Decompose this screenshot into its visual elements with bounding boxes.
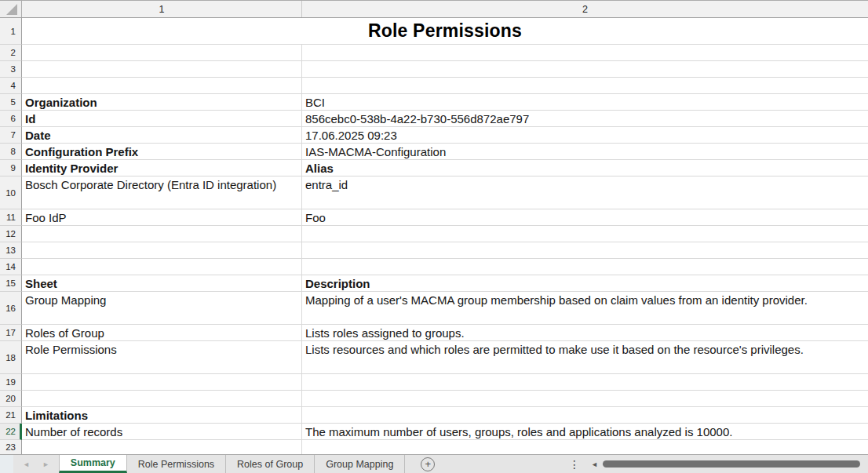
cell-b4[interactable]	[302, 78, 868, 94]
row-header-1[interactable]: 1	[0, 18, 22, 45]
row-header-14[interactable]: 14	[0, 259, 22, 275]
column-header-1[interactable]: 1	[22, 1, 302, 17]
row-header-11[interactable]: 11	[0, 209, 22, 226]
cell-a8[interactable]: Configuration Prefix	[22, 144, 302, 160]
tab-nav-left-icon[interactable]: ◄	[23, 460, 30, 468]
vertical-ellipsis-icon: ⋮	[569, 458, 580, 471]
row-number: 13	[5, 246, 16, 255]
row-header-23[interactable]: 23	[0, 440, 22, 455]
cell-a12[interactable]	[22, 226, 302, 242]
merged-title-cell[interactable]: Role Permissions	[22, 18, 868, 45]
cell-text: Bosch Corporate Directory (Entra ID inte…	[25, 177, 276, 193]
cell-a20[interactable]	[22, 391, 302, 407]
cell-text: Number of records	[25, 424, 122, 440]
cell-b11[interactable]: Foo	[302, 209, 868, 226]
cell-text: Id	[25, 111, 35, 127]
cell-b17[interactable]: Lists roles assigned to groups.	[302, 325, 868, 341]
scroll-left-icon[interactable]: ◄	[591, 460, 598, 468]
row-header-16[interactable]: 16	[0, 292, 22, 325]
cell-a7[interactable]: Date	[22, 127, 302, 144]
select-all-button[interactable]	[0, 1, 22, 17]
row-header-10[interactable]: 10	[0, 176, 22, 209]
more-options-icon[interactable]: ⋮	[564, 458, 585, 471]
cell-a22[interactable]: Number of records	[22, 424, 302, 440]
cell-a5[interactable]: Organization	[22, 94, 302, 111]
row-header-12[interactable]: 12	[0, 226, 22, 242]
cell-a21[interactable]: Limitations	[22, 407, 302, 424]
cell-a10[interactable]: Bosch Corporate Directory (Entra ID inte…	[22, 176, 302, 209]
cell-b22[interactable]: The maximum number of users, groups, rol…	[302, 424, 868, 440]
cell-a17[interactable]: Roles of Group	[22, 325, 302, 341]
cell-a19[interactable]	[22, 374, 302, 391]
tab-roles-of-group[interactable]: Roles of Group	[226, 455, 315, 473]
cell-text: 856cebc0-538b-4a22-b730-556d872ae797	[305, 111, 529, 127]
tab-nav-arrows: ◄ ►	[13, 455, 59, 473]
cell-a13[interactable]	[22, 242, 302, 259]
row-header-3[interactable]: 3	[0, 61, 22, 78]
cell-a23[interactable]	[22, 440, 302, 455]
row-header-4[interactable]: 4	[0, 78, 22, 94]
row-header-9[interactable]: 9	[0, 160, 22, 176]
sheet-row-7: 7Date17.06.2025 09:23	[0, 127, 868, 144]
row-header-18[interactable]: 18	[0, 341, 22, 374]
row-header-6[interactable]: 6	[0, 111, 22, 127]
row-header-7[interactable]: 7	[0, 127, 22, 144]
cell-b15[interactable]: Description	[302, 275, 868, 292]
cell-b21[interactable]	[302, 407, 868, 424]
scrollbar-track[interactable]	[601, 460, 860, 468]
row-header-19[interactable]: 19	[0, 374, 22, 391]
sheet-row-12: 12	[0, 226, 868, 242]
row-header-13[interactable]: 13	[0, 242, 22, 259]
row-number: 3	[11, 64, 16, 74]
cell-a2[interactable]	[22, 45, 302, 61]
row-header-15[interactable]: 15	[0, 275, 22, 292]
cell-b14[interactable]	[302, 259, 868, 275]
cell-b23[interactable]	[302, 440, 868, 455]
cell-a14[interactable]	[22, 259, 302, 275]
cell-b6[interactable]: 856cebc0-538b-4a22-b730-556d872ae797	[302, 111, 868, 127]
add-sheet-icon[interactable]: +	[421, 457, 435, 471]
column-header-2[interactable]: 2	[302, 1, 868, 17]
cell-a18[interactable]: Role Permissions	[22, 341, 302, 374]
cell-a4[interactable]	[22, 78, 302, 94]
cell-b8[interactable]: IAS-MACMA-Configuration	[302, 144, 868, 160]
cell-b9[interactable]: Alias	[302, 160, 868, 176]
cell-b5[interactable]: BCI	[302, 94, 868, 111]
row-header-22[interactable]: 22	[0, 424, 22, 440]
scrollbar-thumb[interactable]	[603, 460, 860, 468]
cell-b3[interactable]	[302, 61, 868, 78]
tab-nav-right-icon[interactable]: ►	[42, 460, 49, 468]
sheet-row-23: 23	[0, 440, 868, 455]
row-header-17[interactable]: 17	[0, 325, 22, 341]
row-header-8[interactable]: 8	[0, 144, 22, 160]
sheet-row-21: 21Limitations	[0, 407, 868, 424]
tab-role-permissions[interactable]: Role Permissions	[127, 455, 226, 473]
tab-group-mapping[interactable]: Group Mapping	[315, 455, 405, 473]
cell-b12[interactable]	[302, 226, 868, 242]
row-header-5[interactable]: 5	[0, 94, 22, 111]
row-header-2[interactable]: 2	[0, 45, 22, 61]
sheet-tab-bar: ◄ ► Summary Role Permissions Roles of Gr…	[0, 454, 868, 473]
cell-b19[interactable]	[302, 374, 868, 391]
cell-b16[interactable]: Mapping of a user's MACMA group membersh…	[302, 292, 868, 325]
cell-text: BCI	[305, 95, 325, 111]
row-number: 10	[5, 188, 16, 198]
cell-b7[interactable]: 17.06.2025 09:23	[302, 127, 868, 144]
cell-a16[interactable]: Group Mapping	[22, 292, 302, 325]
cell-b10[interactable]: entra_id	[302, 176, 868, 209]
cell-a11[interactable]: Foo IdP	[22, 209, 302, 226]
tab-summary[interactable]: Summary	[59, 455, 127, 473]
cell-b20[interactable]	[302, 391, 868, 407]
cell-a15[interactable]: Sheet	[22, 275, 302, 292]
cell-text: Role Permissions	[25, 342, 117, 358]
cell-a6[interactable]: Id	[22, 111, 302, 127]
row-number: 8	[11, 147, 16, 156]
row-header-21[interactable]: 21	[0, 407, 22, 424]
cell-b13[interactable]	[302, 242, 868, 259]
row-header-20[interactable]: 20	[0, 391, 22, 407]
cell-b18[interactable]: Lists resources and which roles are perm…	[302, 341, 868, 374]
cell-b2[interactable]	[302, 45, 868, 61]
tab-label: Summary	[71, 457, 115, 468]
cell-a9[interactable]: Identity Provider	[22, 160, 302, 176]
cell-a3[interactable]	[22, 61, 302, 78]
